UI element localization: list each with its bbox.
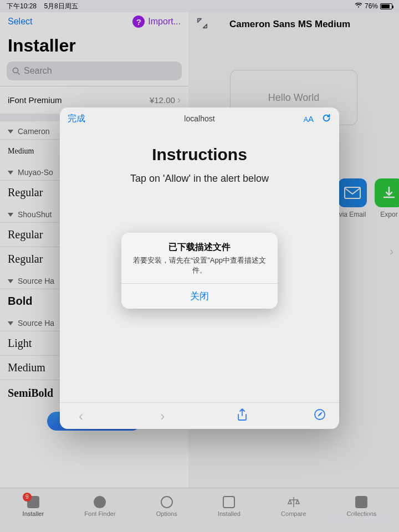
instructions-heading: Instructions — [73, 145, 326, 164]
safari-icon[interactable] — [314, 408, 326, 423]
alert-close-button[interactable]: 关闭 — [121, 283, 278, 309]
app-root: 下午10:28 5月8日周五 76% Select ? Import... In… — [0, 0, 399, 532]
watermark: 知乎 @一处相思 — [330, 514, 391, 524]
sheet-toolbar: ‹ › — [60, 402, 339, 429]
share-icon[interactable] — [237, 408, 248, 424]
forward-icon[interactable]: › — [155, 408, 170, 424]
alert-message: 若要安装，请先在“设置”App中查看描述文件。 — [121, 255, 278, 283]
sheet-host: localhost — [60, 114, 339, 123]
refresh-icon[interactable] — [321, 113, 331, 125]
instructions-sub: Tap on 'Allow' in the alert below — [73, 173, 326, 185]
alert-title: 已下载描述文件 — [121, 233, 278, 255]
sheet-top-bar: 完成 localhost AA — [60, 108, 339, 130]
text-size-button[interactable]: AA — [304, 114, 314, 124]
back-icon[interactable]: ‹ — [73, 408, 89, 424]
ios-alert: 已下载描述文件 若要安装，请先在“设置”App中查看描述文件。 关闭 — [121, 233, 278, 309]
